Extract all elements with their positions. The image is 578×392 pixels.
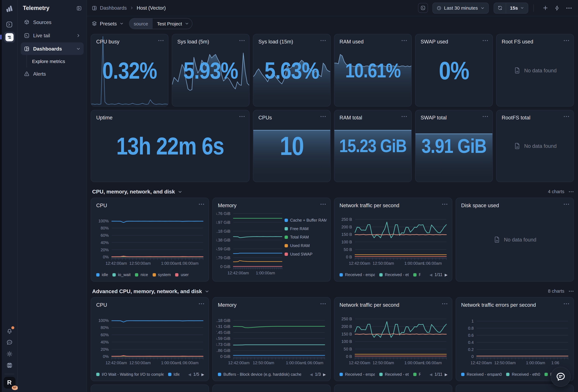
- panel-menu-icon[interactable]: [564, 202, 569, 205]
- legend-next-icon[interactable]: ▶: [201, 372, 204, 376]
- source-filter[interactable]: source Test Project: [129, 18, 192, 29]
- sidebar-item-alerts[interactable]: Alerts: [21, 67, 84, 80]
- command-menu-icon[interactable]: [4, 360, 15, 371]
- legend-item-io-wait[interactable]: io_wait: [112, 272, 131, 277]
- panel-menu-icon[interactable]: [158, 39, 164, 41]
- legend-item-cache-buffer-ram[interactable]: Cache + Buffer RAM: [285, 218, 327, 222]
- theme-sun-icon[interactable]: [4, 348, 15, 359]
- panel-menu-icon[interactable]: [482, 39, 488, 41]
- refresh-interval-select[interactable]: 15s: [506, 5, 528, 11]
- panel-menu-icon[interactable]: [320, 115, 326, 117]
- panel-menu-icon[interactable]: [401, 115, 407, 117]
- svg-text:1:06:00am: 1:06:00am: [179, 261, 198, 265]
- panel-menu-icon[interactable]: [239, 115, 245, 117]
- legend-item-received-eth0[interactable]: Received - eth0: [506, 372, 540, 376]
- stat-card-title: Sys load (15m): [258, 39, 293, 45]
- legend-item-i-o-wait-waiting-for-i-o-to-complete[interactable]: I/O Wait - Waiting for I/O to complete: [96, 372, 164, 376]
- panel-menu-icon[interactable]: [482, 115, 488, 117]
- stat-card-swap-total: SWAP total3.91 GiB: [415, 110, 493, 182]
- live-tail-rail-icon[interactable]: [4, 19, 15, 30]
- user-avatar[interactable]: R NF: [3, 377, 15, 389]
- legend-next-icon[interactable]: ▶: [445, 372, 448, 376]
- sidebar-item-explore-metrics[interactable]: Explore metrics: [21, 56, 84, 67]
- legend-next-icon[interactable]: ▶: [445, 273, 448, 277]
- legend-item-received-erspan0[interactable]: Received - erspan0: [461, 372, 502, 376]
- legend-item-received-eth0[interactable]: Received - eth0: [379, 372, 409, 376]
- legend-item-nice[interactable]: nice: [135, 272, 148, 277]
- legend-item-r[interactable]: R: [413, 272, 421, 277]
- breadcrumb-parent[interactable]: Dashboards: [100, 5, 127, 11]
- legend-next-icon[interactable]: ▶: [323, 372, 326, 376]
- sidebar-item-dashboards[interactable]: Dashboards: [21, 42, 84, 55]
- svg-text:100%: 100%: [98, 318, 109, 323]
- legend-item-received-erspan0[interactable]: Received - erspan0: [339, 372, 375, 376]
- legend-item-used-ram[interactable]: Used RAM: [285, 243, 327, 248]
- svg-text:0%: 0%: [103, 354, 109, 359]
- stat-card-title: CPU busy: [96, 39, 119, 45]
- notifications-bell-icon[interactable]: [4, 326, 15, 337]
- panel-menu-icon[interactable]: [442, 302, 448, 304]
- panel-menu-icon[interactable]: [199, 302, 204, 304]
- more-options-icon[interactable]: [564, 3, 574, 13]
- svg-text:150 B: 150 B: [341, 232, 352, 237]
- legend-item-idle[interactable]: Idle: [168, 372, 179, 376]
- legend-prev-icon[interactable]: ◀: [188, 372, 191, 376]
- tv-mode-button[interactable]: [418, 3, 428, 13]
- legend-item-buffers-block-device-e-g-harddisk-cache[interactable]: Buffers - Block device (e.g. harddisk) c…: [218, 372, 301, 376]
- panel-menu-icon[interactable]: [320, 302, 326, 304]
- stat-card-title: SWAP used: [421, 39, 448, 45]
- chart-plot: 0 B50 B100 B150 B200 B250 B12:42:00am12:…: [338, 308, 448, 365]
- legend-prev-icon[interactable]: ◀: [429, 273, 432, 277]
- chat-widget-button[interactable]: [551, 367, 571, 387]
- legend-color-chip: [168, 373, 171, 376]
- legend-item-used-swap[interactable]: Used SWAP: [285, 252, 327, 256]
- panel-menu-icon[interactable]: [199, 202, 204, 205]
- legend-prev-icon[interactable]: ◀: [429, 372, 432, 376]
- stat-card-title: SWAP total: [421, 115, 447, 120]
- sidebar-item-live-tail[interactable]: Live tail: [21, 29, 84, 42]
- feedback-chat-icon[interactable]: [4, 337, 15, 348]
- presets-dropdown[interactable]: Presets: [92, 21, 124, 27]
- legend-item-idle[interactable]: idle: [96, 272, 108, 277]
- time-range-picker[interactable]: Last 30 minutes: [432, 2, 489, 13]
- svg-text:1: 1: [471, 319, 474, 323]
- legend-item-system[interactable]: system: [152, 272, 171, 277]
- notification-dot: [11, 326, 14, 329]
- legend-item-user[interactable]: user: [175, 272, 189, 277]
- chart-panel-disk-space-used: Disk space usedNo data found: [456, 197, 574, 282]
- panel-menu-icon[interactable]: [564, 302, 569, 304]
- no-data-message: No data found: [456, 236, 574, 243]
- sidebar-collapse-icon[interactable]: [76, 5, 82, 11]
- sidebar-item-sources[interactable]: Sources: [21, 16, 84, 28]
- legend-color-chip: [506, 373, 510, 376]
- add-panel-icon[interactable]: [540, 3, 550, 13]
- svg-text:60%: 60%: [100, 333, 109, 337]
- legend-prev-icon[interactable]: ◀: [310, 372, 313, 376]
- svg-text:1:06:00am: 1:06:00am: [304, 361, 323, 365]
- refresh-button[interactable]: [494, 3, 506, 13]
- quick-actions-bolt-icon[interactable]: [552, 3, 562, 13]
- legend-item-received-erspan0[interactable]: Received - erspan0: [339, 272, 375, 277]
- chart-plot: 0%20%40%60%80%100%12:42:00am12:50:00am1:…: [95, 308, 205, 365]
- chevron-down-icon[interactable]: [178, 189, 182, 194]
- panel-menu-icon[interactable]: [320, 39, 326, 41]
- panel-menu-icon[interactable]: [564, 39, 569, 41]
- panel-menu-icon[interactable]: [564, 115, 569, 117]
- svg-text:20%: 20%: [100, 248, 109, 252]
- panel-menu-icon[interactable]: [239, 39, 245, 41]
- legend-item-r[interactable]: R: [413, 372, 421, 376]
- stat-card-title: Root FS used: [502, 39, 533, 45]
- chevron-down-icon[interactable]: [204, 289, 209, 294]
- legend-item-received-eth0[interactable]: Received - eth0: [379, 272, 409, 277]
- app-logo-icon[interactable]: [4, 4, 14, 14]
- panel-menu-icon[interactable]: [442, 202, 448, 205]
- panel-menu-icon[interactable]: [320, 202, 326, 205]
- section-more-icon[interactable]: [569, 191, 574, 192]
- legend-item-free-ram[interactable]: Free RAM: [285, 226, 327, 231]
- legend-item-total-ram[interactable]: Total RAM: [285, 235, 327, 239]
- sidebar-item-label: Dashboards: [33, 46, 62, 51]
- section-more-icon[interactable]: [569, 291, 574, 292]
- chart-legend: idleio_waitnicesystemuser: [91, 270, 209, 278]
- dashboards-rail-icon[interactable]: [4, 32, 15, 43]
- panel-menu-icon[interactable]: [401, 39, 407, 41]
